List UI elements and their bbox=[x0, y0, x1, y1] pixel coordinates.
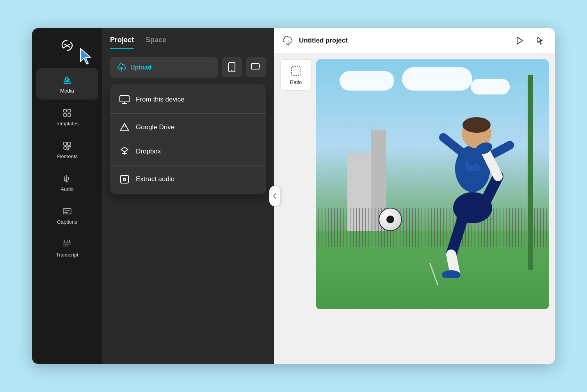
monitor-icon bbox=[119, 94, 130, 105]
svg-rect-21 bbox=[251, 64, 259, 69]
preview-title-area: Untitled project bbox=[282, 34, 348, 47]
extract-audio-label: Extract audio bbox=[136, 175, 174, 183]
svg-rect-4 bbox=[64, 114, 66, 116]
cloud-3 bbox=[471, 79, 510, 94]
video-preview bbox=[316, 59, 549, 309]
preview-header-actions bbox=[513, 34, 547, 48]
svg-rect-6 bbox=[64, 142, 67, 145]
sidebar-item-transcript[interactable]: Transcript bbox=[36, 232, 98, 264]
panel-tabs: Project Space bbox=[102, 28, 274, 49]
dropbox-label: Dropbox bbox=[136, 148, 161, 155]
elements-icon bbox=[62, 140, 73, 151]
pointer-icon bbox=[536, 36, 544, 45]
svg-rect-28 bbox=[292, 67, 300, 75]
media-icon bbox=[62, 75, 73, 86]
cloud-1 bbox=[340, 71, 394, 91]
cloud-save-icon bbox=[282, 34, 294, 47]
google-drive-icon bbox=[119, 122, 130, 132]
upload-cloud-icon bbox=[116, 62, 126, 73]
sidebar-item-elements-label: Elements bbox=[57, 153, 78, 159]
dropdown-divider-1 bbox=[110, 113, 266, 114]
svg-rect-26 bbox=[121, 175, 128, 183]
svg-rect-2 bbox=[64, 109, 66, 112]
preview-pane: Untitled project bbox=[274, 28, 555, 364]
preview-content: Ratio bbox=[274, 53, 555, 364]
templates-icon bbox=[62, 107, 73, 118]
collapse-panel-button[interactable] bbox=[269, 186, 280, 206]
captions-icon bbox=[62, 206, 73, 217]
svg-line-36 bbox=[451, 212, 465, 255]
sidebar-item-transcript-label: Transcript bbox=[56, 252, 78, 258]
svg-point-20 bbox=[231, 70, 233, 71]
sidebar: Media Templates Elements bbox=[32, 28, 102, 364]
sidebar-item-audio-label: Audio bbox=[60, 186, 73, 192]
sidebar-item-media-label: Media bbox=[60, 88, 74, 94]
mobile-icon bbox=[228, 62, 236, 72]
dropdown-divider-2 bbox=[110, 165, 266, 166]
dropdown-item-dropbox[interactable]: Dropbox bbox=[110, 139, 266, 164]
sidebar-item-elements[interactable]: Elements bbox=[36, 134, 98, 165]
sidebar-item-captions-label: Captions bbox=[57, 219, 77, 225]
soccer-scene bbox=[316, 59, 549, 309]
svg-rect-7 bbox=[68, 142, 71, 145]
app-container: Media Templates Elements bbox=[32, 28, 555, 364]
svg-point-8 bbox=[64, 179, 66, 181]
app-logo bbox=[58, 36, 76, 55]
sidebar-item-captions[interactable]: Captions bbox=[36, 200, 98, 231]
preview-header: Untitled project bbox=[274, 28, 555, 53]
dropdown-item-extract-audio[interactable]: Extract audio bbox=[110, 167, 266, 191]
soccer-ball bbox=[379, 208, 402, 231]
pointer-button[interactable] bbox=[533, 34, 547, 48]
tab-space[interactable]: Space bbox=[146, 36, 166, 49]
dropdown-item-from-device[interactable]: From this device bbox=[110, 87, 266, 112]
svg-rect-3 bbox=[68, 109, 71, 112]
sidebar-item-media[interactable]: Media bbox=[36, 68, 98, 100]
from-device-label: From this device bbox=[136, 96, 185, 103]
player-svg bbox=[404, 98, 537, 278]
sidebar-item-templates[interactable]: Templates bbox=[36, 101, 98, 132]
upload-label: Upload bbox=[130, 64, 151, 71]
screen-record-button[interactable] bbox=[246, 57, 266, 77]
ball-patch bbox=[386, 216, 394, 223]
google-drive-label: Google Drive bbox=[136, 123, 174, 131]
ratio-icon bbox=[290, 65, 302, 77]
audio-icon bbox=[62, 173, 73, 184]
svg-rect-22 bbox=[120, 96, 129, 102]
svg-point-27 bbox=[124, 178, 125, 180]
chevron-left-icon bbox=[273, 193, 277, 199]
logo-divider bbox=[55, 62, 79, 62]
ratio-button[interactable]: Ratio bbox=[280, 59, 311, 91]
panel-content: Upload bbox=[102, 49, 274, 364]
screen-icon bbox=[251, 63, 261, 71]
svg-rect-5 bbox=[68, 114, 71, 116]
play-button[interactable] bbox=[513, 34, 527, 48]
dropbox-icon bbox=[119, 146, 130, 157]
mobile-upload-button[interactable] bbox=[222, 57, 242, 77]
sidebar-item-audio[interactable]: Audio bbox=[36, 167, 98, 198]
ratio-label: Ratio bbox=[290, 79, 302, 85]
cloud-2 bbox=[402, 67, 472, 91]
svg-point-31 bbox=[462, 117, 491, 133]
tab-project[interactable]: Project bbox=[110, 36, 134, 49]
upload-button[interactable]: Upload bbox=[110, 57, 218, 78]
upload-dropdown: From this device Google Drive bbox=[110, 84, 266, 194]
upload-bar: Upload bbox=[110, 57, 266, 78]
extract-audio-icon bbox=[119, 174, 130, 184]
svg-point-9 bbox=[66, 180, 68, 182]
panel: Project Space Upload bbox=[102, 28, 274, 364]
play-icon bbox=[516, 36, 524, 45]
transcript-icon bbox=[62, 239, 73, 249]
dropdown-item-google-drive[interactable]: Google Drive bbox=[110, 115, 266, 139]
project-title: Untitled project bbox=[299, 37, 348, 45]
sidebar-item-templates-label: Templates bbox=[55, 121, 78, 127]
